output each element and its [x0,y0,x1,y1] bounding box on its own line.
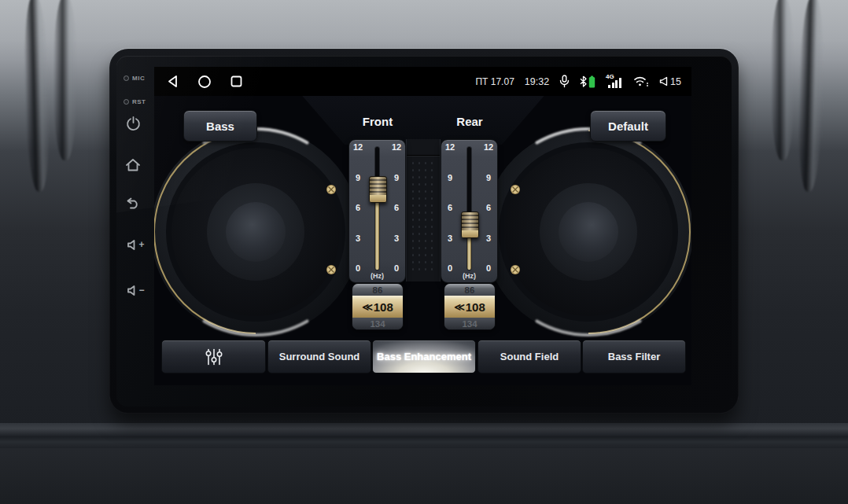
reset-label: RST [132,98,146,105]
unit-label: (Hz) [349,272,405,280]
bass-button-label: Bass [206,120,234,133]
nav-recents-button[interactable] [230,75,242,87]
head-unit: MIC RST [109,49,739,414]
speaker-icon [127,240,137,250]
cell-signal-indicator: 4G [606,75,623,88]
status-time: 19:32 [525,76,549,87]
dashboard-groove [53,0,77,160]
bluetooth-icon [580,75,587,87]
screw-icon [510,184,521,195]
dashboard-groove [23,0,52,192]
power-icon [126,116,141,131]
bass-button[interactable]: Bass [183,110,257,142]
chevron-left-icon: ≪ [362,301,371,313]
bluetooth-battery-indicator [580,75,595,88]
screw-icon [510,264,521,275]
fader-scale: 129630 [390,142,403,274]
front-frequency-picker[interactable]: 86 ≪ 108 134 [352,283,404,330]
center-divider-panel [406,139,441,281]
volume-down-button[interactable]: − [124,281,148,299]
mic-hole: MIC [124,75,145,82]
tab-label: Surround Sound [279,351,360,362]
screen-glass: MIC RST [116,56,732,407]
equalizer-tab[interactable] [161,340,266,373]
right-speaker-graphic [482,126,691,338]
frequency-option[interactable]: 86 [352,284,403,296]
bezel-button-strip: MIC RST [116,56,154,407]
volume-level: 15 [670,76,681,87]
front-channel-label: Front [346,115,409,128]
chevron-left-icon: ≪ [454,301,463,313]
home-button[interactable] [124,156,142,174]
speaker-icon [127,285,137,296]
tab-label: Sound Field [500,351,559,362]
tab-label: Bass Enhancement [377,351,471,362]
tab-bass-enhancement[interactable]: Bass Enhancement [372,340,476,373]
home-icon [125,158,141,172]
car-dashboard: MIC RST [0,0,848,504]
plus-glyph: + [138,239,144,250]
selected-frequency-value: 108 [466,300,485,314]
rear-frequency-picker[interactable]: 86 ≪ 108 134 [444,283,496,330]
back-arrow-icon [125,197,141,209]
default-button[interactable]: Default [590,110,666,142]
left-speaker-graphic [154,126,362,338]
tab-sound-field[interactable]: Sound Field [477,340,581,373]
status-bar: ПТ 17.07 19:32 [154,67,691,96]
front-fader: 129630 129630 (Hz) [348,139,406,283]
dashboard-lower-panel [0,448,848,504]
fader-scale: 129630 [444,142,456,274]
dashboard-trim [0,423,848,448]
rear-fader: 129630 129630 (Hz) [441,139,498,283]
mic-label: MIC [132,75,145,82]
bass-enhancement-screen: Bass Default Front Rear 129630 [154,96,691,385]
lcd-screen: ПТ 17.07 19:32 [154,67,691,385]
reset-hole: RST [124,98,146,105]
tab-surround-sound[interactable]: Surround Sound [267,340,371,373]
unit-label: (Hz) [441,272,497,280]
wifi-icon [633,75,649,87]
front-fader-handle[interactable] [369,176,387,203]
speaker-icon [659,76,668,86]
frequency-option[interactable]: 86 [444,284,495,296]
equalizer-sliders-icon [204,348,224,366]
fader-scale: 129630 [352,142,364,274]
tab-bass-filter[interactable]: Bass Filter [582,340,686,373]
rear-channel-label: Rear [438,115,501,128]
screw-icon [326,184,337,195]
dashboard-groove [771,0,795,160]
frequency-option-selected[interactable]: ≪ 108 [444,296,495,318]
mic-hole-icon [124,75,129,81]
status-date: ПТ 17.07 [475,76,514,87]
rear-fader-handle[interactable] [461,212,479,238]
default-button-label: Default [608,120,648,133]
reset-hole-icon [124,99,129,105]
fader-scale: 129630 [482,142,495,274]
signal-bars-icon [608,78,621,88]
screw-icon [326,264,337,275]
nav-back-button[interactable] [167,75,179,88]
tab-label: Bass Filter [608,351,660,362]
selected-frequency-value: 108 [374,300,393,314]
dashboard-groove [797,0,826,192]
minus-glyph: − [138,285,144,296]
frequency-option[interactable]: 134 [352,318,403,329]
nav-home-button[interactable] [197,75,212,89]
frequency-option-selected[interactable]: ≪ 108 [352,296,403,318]
microphone-icon [559,75,570,88]
volume-up-button[interactable]: + [124,236,148,253]
battery-icon [588,75,595,88]
power-button[interactable] [124,115,142,132]
frequency-option[interactable]: 134 [444,318,495,329]
volume-indicator: 15 [659,76,681,87]
back-button[interactable] [124,194,142,212]
